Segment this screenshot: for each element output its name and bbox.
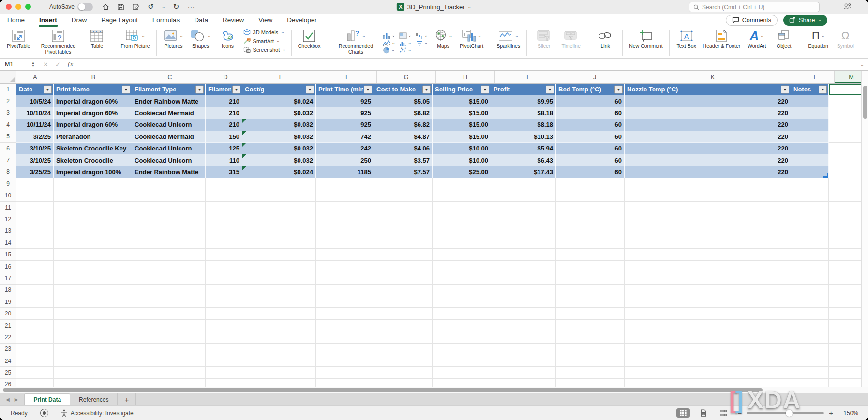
more-commands-icon[interactable]: ··· bbox=[187, 3, 195, 11]
cell-K2[interactable]: 220 bbox=[625, 95, 791, 107]
cell-K10[interactable] bbox=[625, 190, 791, 202]
cell-E19[interactable] bbox=[242, 296, 316, 308]
cell-G8[interactable]: $7.57 bbox=[374, 166, 433, 178]
cell-F25[interactable] bbox=[316, 367, 374, 378]
area-chart-button[interactable]: ⌄ bbox=[398, 32, 413, 39]
cell-L8[interactable] bbox=[791, 166, 829, 178]
cell-A2[interactable]: 10/5/24 bbox=[16, 95, 54, 107]
cell-J26[interactable] bbox=[556, 379, 625, 387]
cell-D23[interactable] bbox=[206, 344, 242, 355]
cell-C17[interactable] bbox=[132, 272, 206, 284]
icons-button[interactable]: Icons bbox=[215, 28, 240, 50]
cell-B2[interactable]: Imperial dragon 60% bbox=[54, 95, 132, 107]
cell-A16[interactable] bbox=[16, 261, 54, 272]
cell-F12[interactable] bbox=[316, 213, 374, 225]
cell-H10[interactable] bbox=[433, 190, 491, 202]
cell-F17[interactable] bbox=[316, 272, 374, 284]
cell-I21[interactable] bbox=[491, 320, 556, 331]
cell-I10[interactable] bbox=[491, 190, 556, 202]
cell-I6[interactable]: $5.94 bbox=[491, 143, 556, 154]
cell-H17[interactable] bbox=[433, 272, 491, 284]
cell-H5[interactable]: $15.00 bbox=[433, 131, 491, 143]
cell-I20[interactable] bbox=[491, 308, 556, 319]
maps-button[interactable]: ⌄ Maps bbox=[431, 28, 456, 50]
cell-D5[interactable]: 150 bbox=[206, 131, 242, 143]
cell-L6[interactable] bbox=[791, 143, 829, 154]
row-header-7[interactable]: 7 bbox=[0, 154, 16, 166]
cell-M17[interactable] bbox=[829, 272, 862, 284]
cell-F14[interactable] bbox=[316, 237, 374, 249]
cell-H14[interactable] bbox=[433, 237, 491, 249]
comments-button[interactable]: Comments bbox=[726, 15, 778, 26]
cell-G6[interactable]: $4.06 bbox=[374, 143, 433, 154]
cell-H23[interactable] bbox=[433, 344, 491, 355]
cell-F21[interactable] bbox=[316, 320, 374, 331]
vertical-scrollbar-thumb[interactable] bbox=[863, 86, 867, 119]
cell-H18[interactable] bbox=[433, 285, 491, 296]
cell-C24[interactable] bbox=[132, 355, 206, 367]
cell-F2[interactable]: 925 bbox=[316, 95, 374, 107]
row-header-14[interactable]: 14 bbox=[0, 237, 16, 249]
cell-M18[interactable] bbox=[829, 285, 862, 296]
cell-K22[interactable] bbox=[625, 331, 791, 343]
ribbon-tab-review[interactable]: Review bbox=[222, 14, 244, 27]
cell-E17[interactable] bbox=[242, 272, 316, 284]
cell-M19[interactable] bbox=[829, 296, 862, 308]
cell-I25[interactable] bbox=[491, 367, 556, 378]
horizontal-scrollbar-thumb[interactable] bbox=[3, 388, 763, 392]
ribbon-tab-data[interactable]: Data bbox=[194, 14, 209, 27]
cell-M9[interactable] bbox=[829, 178, 862, 190]
cell-J19[interactable] bbox=[556, 296, 625, 308]
column-header-D[interactable]: D bbox=[207, 71, 244, 83]
column-header-G[interactable]: G bbox=[377, 71, 436, 83]
cell-G3[interactable]: $6.82 bbox=[374, 107, 433, 119]
cell-K12[interactable] bbox=[625, 213, 791, 225]
cell-F22[interactable] bbox=[316, 331, 374, 343]
cell-C13[interactable] bbox=[132, 225, 206, 237]
name-box[interactable]: M1 ▲▼ bbox=[0, 59, 37, 70]
cell-J15[interactable] bbox=[556, 249, 625, 260]
cell-F10[interactable] bbox=[316, 190, 374, 202]
cell-B19[interactable] bbox=[54, 296, 132, 308]
filter-button-E[interactable]: ▼ bbox=[306, 85, 314, 93]
cell-D13[interactable] bbox=[206, 225, 242, 237]
cell-A24[interactable] bbox=[16, 355, 54, 367]
cell-J11[interactable] bbox=[556, 202, 625, 213]
cell-B6[interactable]: Skeleton Crocodile Key bbox=[54, 143, 132, 154]
row-header-23[interactable]: 23 bbox=[0, 344, 16, 355]
cell-F1[interactable]: Print Time (min)▼ bbox=[316, 84, 374, 95]
cell-K16[interactable] bbox=[625, 261, 791, 272]
cell-G23[interactable] bbox=[374, 344, 433, 355]
prev-sheet-icon[interactable]: ◀ bbox=[6, 397, 10, 402]
cell-A8[interactable]: 3/25/25 bbox=[16, 166, 54, 178]
cell-L12[interactable] bbox=[791, 213, 829, 225]
cell-E14[interactable] bbox=[242, 237, 316, 249]
waterfall-chart-button[interactable]: ⌄ bbox=[415, 32, 429, 39]
cell-M8[interactable] bbox=[829, 166, 862, 178]
cell-L22[interactable] bbox=[791, 331, 829, 343]
record-macro-icon[interactable] bbox=[40, 409, 48, 417]
wordart-button[interactable]: A⌄ WordArt bbox=[744, 28, 769, 50]
cell-G19[interactable] bbox=[374, 296, 433, 308]
cell-H13[interactable] bbox=[433, 225, 491, 237]
cell-M3[interactable] bbox=[829, 107, 862, 119]
row-header-8[interactable]: 8 bbox=[0, 166, 16, 178]
cell-F16[interactable] bbox=[316, 261, 374, 272]
cell-F24[interactable] bbox=[316, 355, 374, 367]
cell-I11[interactable] bbox=[491, 202, 556, 213]
cell-D6[interactable]: 125 bbox=[206, 143, 242, 154]
row-header-16[interactable]: 16 bbox=[0, 261, 16, 272]
cell-C3[interactable]: Cookiecad Mermaid bbox=[132, 107, 206, 119]
cell-E26[interactable] bbox=[242, 379, 316, 387]
funnel-chart-button[interactable]: ⌄ bbox=[415, 40, 429, 46]
cell-K3[interactable]: 220 bbox=[625, 107, 791, 119]
cell-M5[interactable] bbox=[829, 131, 862, 143]
document-title[interactable]: 3D_Printing_Tracker bbox=[407, 3, 465, 11]
cell-J14[interactable] bbox=[556, 237, 625, 249]
cell-E11[interactable] bbox=[242, 202, 316, 213]
cell-K24[interactable] bbox=[625, 355, 791, 367]
cell-G11[interactable] bbox=[374, 202, 433, 213]
normal-view-button[interactable] bbox=[676, 408, 690, 418]
cell-I9[interactable] bbox=[491, 178, 556, 190]
cell-K5[interactable]: 220 bbox=[625, 131, 791, 143]
